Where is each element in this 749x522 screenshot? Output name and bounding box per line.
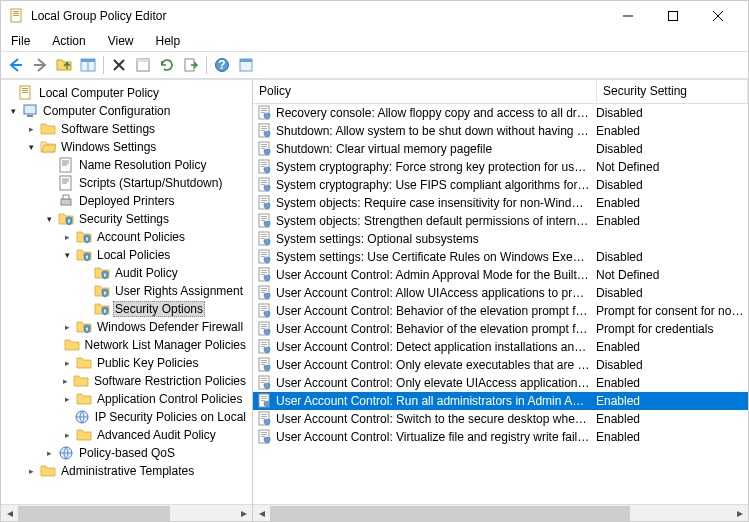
policy-row[interactable]: User Account Control: Only elevate UIAcc… (253, 374, 748, 392)
tree-item-acct[interactable]: ▸Account Policies (1, 228, 252, 246)
expand-icon[interactable]: ▸ (61, 393, 74, 406)
tree-item-label: Windows Defender Firewall (95, 320, 245, 334)
scroll-left-icon[interactable]: ◂ (1, 505, 18, 522)
scroll-right-icon[interactable]: ▸ (731, 505, 748, 522)
column-setting[interactable]: Security Setting (597, 80, 748, 103)
tree-item-cfg[interactable]: ▾Computer Configuration (1, 102, 252, 120)
policy-row[interactable]: System objects: Require case insensitivi… (253, 194, 748, 212)
collapse-icon[interactable]: ▾ (43, 213, 56, 226)
tree-item-win[interactable]: ▾Windows Settings (1, 138, 252, 156)
expand-spacer (3, 87, 16, 100)
list-hscroll[interactable]: ◂ ▸ (253, 504, 748, 521)
policy-name: User Account Control: Only elevate execu… (276, 358, 596, 372)
svg-rect-27 (668, 12, 677, 21)
back-button[interactable] (5, 54, 27, 76)
policy-row[interactable]: User Account Control: Virtualize file an… (253, 428, 748, 446)
tree-item-nlm[interactable]: Network List Manager Policies (1, 336, 252, 354)
minimize-button[interactable] (605, 1, 650, 31)
refresh-button[interactable] (156, 54, 178, 76)
tree-item-sw[interactable]: ▸Software Settings (1, 120, 252, 138)
tree-item-wdf[interactable]: ▸Windows Defender Firewall (1, 318, 252, 336)
menu-view[interactable]: View (104, 32, 138, 50)
shield-folder-icon (76, 319, 92, 335)
policy-row[interactable]: System settings: Use Certificate Rules o… (253, 248, 748, 266)
scroll-right-icon[interactable]: ▸ (235, 505, 252, 522)
expand-icon[interactable]: ▸ (61, 429, 74, 442)
policy-setting: Enabled (596, 394, 748, 408)
policy-row[interactable]: System cryptography: Force strong key pr… (253, 158, 748, 176)
policy-row[interactable]: System cryptography: Use FIPS compliant … (253, 176, 748, 194)
policy-row[interactable]: System objects: Strengthen default permi… (253, 212, 748, 230)
tree-item-acp[interactable]: ▸Application Control Policies (1, 390, 252, 408)
policy-setting: Disabled (596, 142, 748, 156)
collapse-icon[interactable]: ▾ (25, 141, 38, 154)
tree-item-nrp[interactable]: Name Resolution Policy (1, 156, 252, 174)
policy-row[interactable]: User Account Control: Behavior of the el… (253, 320, 748, 338)
scroll-left-icon[interactable]: ◂ (253, 505, 270, 522)
menu-help[interactable]: Help (152, 32, 185, 50)
menu-action[interactable]: Action (48, 32, 89, 50)
tree-item-sec[interactable]: ▾Security Settings (1, 210, 252, 228)
tree-item-label: Application Control Policies (95, 392, 244, 406)
tree-item-secopt[interactable]: Security Options (1, 300, 252, 318)
properties-button[interactable] (132, 54, 154, 76)
show-hide-tree-button[interactable] (77, 54, 99, 76)
tree-hscroll[interactable]: ◂ ▸ (1, 504, 252, 521)
expand-icon[interactable]: ▸ (25, 465, 38, 478)
tree-item-audit[interactable]: Audit Policy (1, 264, 252, 282)
policy-row[interactable]: User Account Control: Allow UIAccess app… (253, 284, 748, 302)
tree-item-label: Name Resolution Policy (77, 158, 208, 172)
tree-item-qos[interactable]: ▸Policy-based QoS (1, 444, 252, 462)
column-policy[interactable]: Policy (253, 80, 597, 103)
tree-item-admt[interactable]: ▸Administrative Templates (1, 462, 252, 480)
tree-item-ura[interactable]: User Rights Assignment (1, 282, 252, 300)
tree-item-label: User Rights Assignment (113, 284, 245, 298)
tree-item-ipsec[interactable]: IP Security Policies on Local (1, 408, 252, 426)
policy-row[interactable]: User Account Control: Admin Approval Mod… (253, 266, 748, 284)
tree-item-printers[interactable]: Deployed Printers (1, 192, 252, 210)
policy-setting: Enabled (596, 430, 748, 444)
expand-icon[interactable]: ▸ (61, 321, 74, 334)
tree-item-scripts[interactable]: Scripts (Startup/Shutdown) (1, 174, 252, 192)
policy-name: Shutdown: Allow system to be shut down w… (276, 124, 596, 138)
maximize-button[interactable] (650, 1, 695, 31)
policy-row[interactable]: User Account Control: Switch to the secu… (253, 410, 748, 428)
tree-item-srp[interactable]: ▸Software Restriction Policies (1, 372, 252, 390)
policy-row[interactable]: User Account Control: Detect application… (253, 338, 748, 356)
policy-icon (257, 141, 273, 157)
collapse-icon[interactable]: ▾ (7, 105, 20, 118)
tree-item-local[interactable]: ▾Local Policies (1, 246, 252, 264)
script-icon (58, 175, 74, 191)
policy-name: User Account Control: Behavior of the el… (276, 304, 596, 318)
policy-row[interactable]: User Account Control: Only elevate execu… (253, 356, 748, 374)
app-button[interactable] (235, 54, 257, 76)
tree-item-pkp[interactable]: ▸Public Key Policies (1, 354, 252, 372)
folder-icon (64, 337, 80, 353)
expand-icon[interactable]: ▸ (61, 375, 71, 388)
expand-icon[interactable]: ▸ (61, 357, 74, 370)
expand-icon[interactable]: ▸ (25, 123, 38, 136)
expand-icon[interactable]: ▸ (61, 231, 74, 244)
menu-file[interactable]: File (7, 32, 34, 50)
expand-icon[interactable]: ▸ (43, 447, 56, 460)
policy-row[interactable]: Shutdown: Clear virtual memory pagefileD… (253, 140, 748, 158)
policy-row[interactable]: User Account Control: Behavior of the el… (253, 302, 748, 320)
policy-icon (257, 249, 273, 265)
up-button[interactable] (53, 54, 75, 76)
export-button[interactable] (180, 54, 202, 76)
policy-row[interactable]: User Account Control: Run all administra… (253, 392, 748, 410)
tree-item-aap[interactable]: ▸Advanced Audit Policy (1, 426, 252, 444)
forward-button[interactable] (29, 54, 51, 76)
tree-item-root[interactable]: Local Computer Policy (1, 84, 252, 102)
help-button[interactable] (211, 54, 233, 76)
policy-setting: Not Defined (596, 268, 748, 282)
policy-row[interactable]: Recovery console: Allow floppy copy and … (253, 104, 748, 122)
collapse-icon[interactable]: ▾ (61, 249, 74, 262)
close-button[interactable] (695, 1, 740, 31)
delete-button[interactable] (108, 54, 130, 76)
policy-icon (257, 159, 273, 175)
policy-row[interactable]: System settings: Optional subsystems (253, 230, 748, 248)
policy-setting: Enabled (596, 124, 748, 138)
globe-icon (58, 445, 74, 461)
policy-row[interactable]: Shutdown: Allow system to be shut down w… (253, 122, 748, 140)
